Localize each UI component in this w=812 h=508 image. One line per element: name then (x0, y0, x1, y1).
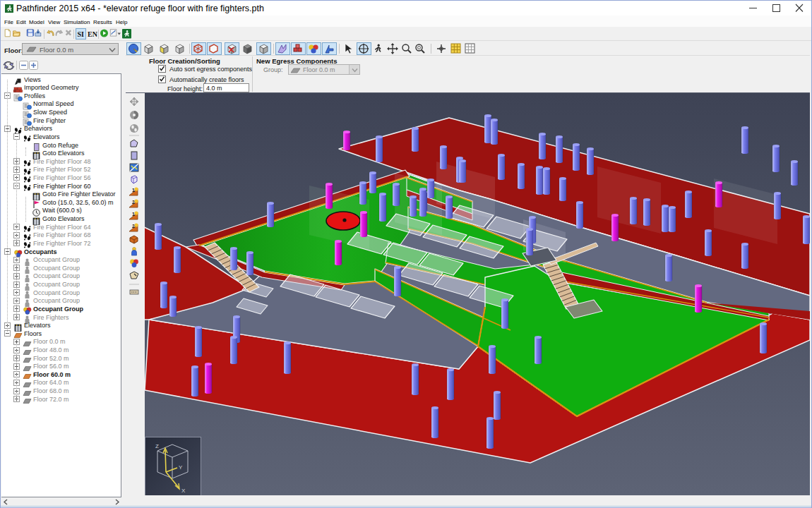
svg-text:Z: Z (155, 443, 159, 449)
svg-text:Y: Y (179, 464, 183, 471)
svg-text:2: 2 (132, 200, 135, 205)
svg-text:1: 1 (132, 188, 135, 193)
svg-text:2: 2 (132, 224, 135, 229)
svg-text:1: 1 (132, 212, 135, 217)
svg-text:X: X (181, 488, 186, 494)
svg-text:EN: EN (88, 30, 98, 38)
svg-text:SI: SI (78, 30, 85, 38)
